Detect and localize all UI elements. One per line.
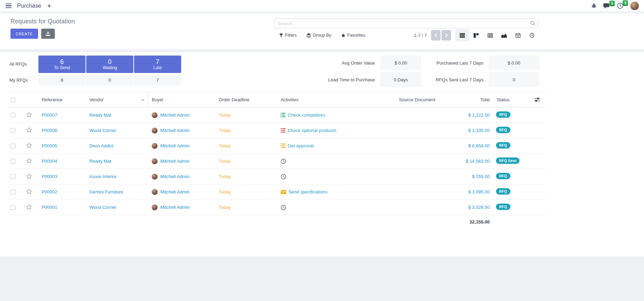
reference-link[interactable]: P00005: [42, 143, 57, 148]
debug-bug-icon[interactable]: [591, 3, 597, 8]
vendor-link[interactable]: Azure Interior: [89, 174, 117, 179]
activity-cell[interactable]: Check competitors: [281, 112, 373, 118]
buyer-link[interactable]: Mitchell Admin: [160, 159, 190, 164]
reference-link[interactable]: P00002: [42, 189, 57, 194]
table-row[interactable]: P00003 Azure Interior Mitchell Admin Tod…: [7, 169, 546, 184]
order-deadline-value: Today: [219, 205, 231, 210]
activity-cell[interactable]: [281, 159, 373, 164]
reference-link[interactable]: P00004: [42, 159, 57, 164]
vendor-link[interactable]: Wood Corner: [89, 128, 116, 133]
buyer-link[interactable]: Mitchell Admin: [160, 112, 190, 118]
app-title[interactable]: Purchase: [17, 3, 41, 9]
buyer-link[interactable]: Mitchell Admin: [160, 174, 190, 179]
favorite-star-icon[interactable]: [26, 173, 32, 179]
reference-link[interactable]: P00006: [42, 128, 57, 133]
page-title: Requests for Quotation: [10, 18, 75, 25]
activity-cell[interactable]: [281, 174, 373, 179]
vendor-link[interactable]: Wood Corner: [89, 205, 116, 210]
reference-link[interactable]: P00001: [42, 205, 57, 210]
table-header-row: Reference Vendor Buyer Order Deadline Ac…: [7, 92, 546, 108]
favorite-star-icon[interactable]: [26, 204, 32, 210]
buyer-link[interactable]: Mitchell Admin: [160, 128, 190, 133]
buyer-link[interactable]: Mitchell Admin: [160, 189, 190, 194]
reference-link[interactable]: P00007: [42, 112, 57, 118]
column-header-reference[interactable]: Reference: [38, 92, 86, 108]
pivot-view-button[interactable]: [483, 29, 497, 42]
activity-label[interactable]: Check optional products: [288, 128, 336, 133]
clock-icon: [281, 174, 286, 179]
activities-clock-icon[interactable]: 9: [617, 2, 623, 9]
favorite-star-icon[interactable]: [26, 158, 32, 163]
row-checkbox[interactable]: [10, 144, 15, 148]
vendor-link[interactable]: Deco Addict: [89, 143, 113, 148]
download-icon: [46, 31, 50, 36]
activity-label[interactable]: Get approval: [288, 143, 313, 148]
table-row[interactable]: P00001 Wood Corner Mitchell Admin Today …: [7, 200, 546, 215]
column-header-source-document[interactable]: Source Document: [377, 92, 458, 108]
search-bar: [274, 19, 538, 28]
table-row[interactable]: P00002 Gemini Furniture Mitchell Admin T…: [7, 184, 546, 200]
table-row[interactable]: P00004 Ready Mat Mitchell Admin Today $ …: [7, 154, 546, 169]
row-checkbox[interactable]: [10, 159, 15, 164]
search-icon[interactable]: [530, 21, 535, 26]
column-header-status[interactable]: Status: [493, 92, 546, 108]
kpi-tile-to-send[interactable]: 6 To Send: [38, 56, 86, 73]
column-header-vendor[interactable]: Vendor: [86, 92, 148, 108]
new-tab-button[interactable]: +: [46, 3, 52, 9]
vendor-link[interactable]: Ready Mat: [89, 159, 111, 164]
filters-button[interactable]: Filters: [279, 33, 297, 38]
optional-columns-sliders-icon[interactable]: [534, 97, 540, 102]
table-row[interactable]: P00005 Deco Addict Mitchell Admin Today …: [7, 138, 546, 154]
messages-icon[interactable]: 5: [603, 3, 610, 9]
row-checkbox[interactable]: [10, 113, 15, 118]
my-kpi-late[interactable]: 7: [134, 75, 181, 86]
table-row[interactable]: P00007 Ready Mat Mitchell Admin Today Ch…: [7, 108, 546, 123]
user-avatar[interactable]: [630, 1, 639, 10]
column-header-total[interactable]: Total: [458, 92, 493, 108]
vendor-link[interactable]: Ready Mat: [89, 112, 111, 118]
activity-cell[interactable]: Send specifications: [281, 189, 373, 194]
search-input[interactable]: [274, 19, 538, 28]
pager-previous-button[interactable]: [431, 30, 441, 41]
kpi-tile-waiting[interactable]: 0 Waiting: [86, 56, 133, 73]
group-by-button[interactable]: Group By: [306, 33, 331, 38]
apps-menu-icon[interactable]: [5, 3, 12, 9]
favorite-star-icon[interactable]: [26, 112, 32, 117]
activity-label[interactable]: Check competitors: [288, 112, 325, 118]
vendor-link[interactable]: Gemini Furniture: [89, 189, 123, 194]
order-deadline-value: Today: [219, 143, 231, 148]
export-button[interactable]: [41, 29, 55, 39]
reference-link[interactable]: P00003: [42, 174, 57, 179]
activity-cell[interactable]: Get approval: [281, 143, 373, 148]
row-checkbox[interactable]: [10, 128, 15, 133]
row-checkbox[interactable]: [10, 205, 15, 210]
activity-cell[interactable]: Check optional products: [281, 128, 373, 133]
column-header-activities[interactable]: Activities: [277, 92, 377, 108]
create-button[interactable]: CREATE: [10, 29, 38, 39]
buyer-link[interactable]: Mitchell Admin: [160, 205, 190, 210]
favorite-star-icon[interactable]: [26, 189, 32, 194]
table-row[interactable]: P00006 Wood Corner Mitchell Admin Today …: [7, 123, 546, 138]
buyer-link[interactable]: Mitchell Admin: [160, 143, 190, 148]
favorites-button[interactable]: Favorites: [341, 33, 365, 38]
row-checkbox[interactable]: [10, 174, 15, 179]
favorite-star-icon[interactable]: [26, 127, 32, 133]
favorite-star-icon[interactable]: [26, 142, 32, 148]
my-kpi-waiting[interactable]: 0: [86, 75, 133, 86]
activity-view-button[interactable]: [525, 29, 539, 42]
pager-next-button[interactable]: [442, 30, 451, 41]
row-checkbox[interactable]: [10, 190, 15, 194]
activity-cell[interactable]: [281, 205, 373, 210]
graph-view-button[interactable]: [497, 29, 511, 42]
select-all-checkbox[interactable]: [10, 97, 15, 102]
kanban-view-button[interactable]: [469, 29, 483, 42]
my-kpi-to-send[interactable]: 6: [38, 75, 86, 86]
list-view-button[interactable]: [455, 29, 469, 42]
column-header-order-deadline[interactable]: Order Deadline: [215, 92, 277, 108]
my-rfqs-label: My RFQs: [0, 78, 38, 83]
activity-label[interactable]: Send specifications: [288, 189, 327, 194]
buyer-avatar: [151, 127, 158, 134]
column-header-buyer[interactable]: Buyer: [148, 92, 215, 108]
kpi-tile-late[interactable]: 7 Late: [134, 56, 181, 73]
calendar-view-button[interactable]: [511, 29, 525, 42]
